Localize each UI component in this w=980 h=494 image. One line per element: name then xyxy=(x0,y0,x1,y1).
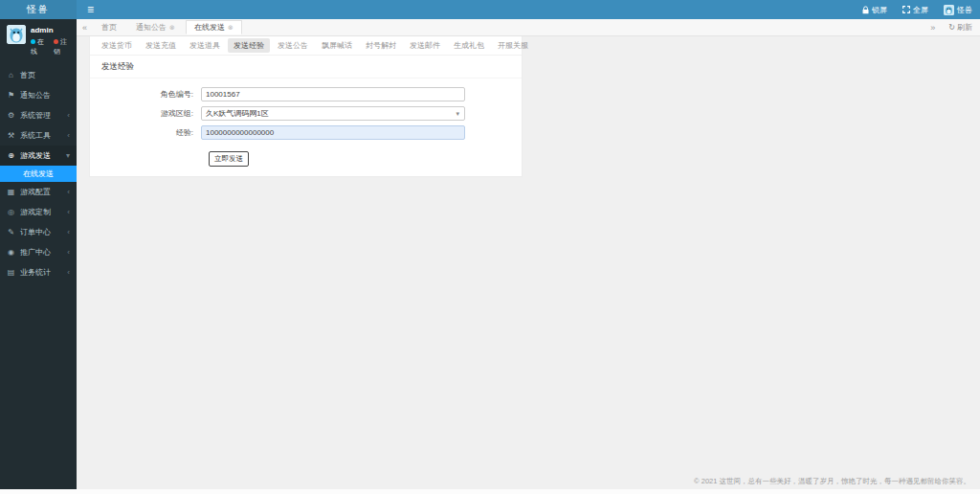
chevron-left-icon: ‹ xyxy=(67,188,70,196)
window-tabbar: « 首页 通知公告 ⊗ 在线发送 ⊗ » ↻ 刷新 xyxy=(77,19,980,36)
send-function-tabs: 发送货币 发送充值 发送道具 发送经验 发送公告 飘屏喊话 封号解封 发送邮件 … xyxy=(90,36,522,56)
exp-label: 经验: xyxy=(90,127,201,138)
form-row-exp: 经验: xyxy=(90,125,522,140)
username: admin xyxy=(31,26,71,34)
tab-ban-unban[interactable]: 封号解封 xyxy=(360,38,402,53)
refresh-icon: ↻ xyxy=(948,23,955,32)
form-row-role-id: 角色编号: xyxy=(90,87,522,101)
role-id-label: 角色编号: xyxy=(90,89,201,100)
logout-link[interactable]: 注销 xyxy=(54,37,71,56)
tab-send-mail[interactable]: 发送邮件 xyxy=(404,38,446,53)
online-dot-icon xyxy=(31,39,35,44)
tab-home[interactable]: 首页 xyxy=(93,20,125,34)
sidebar-user-panel: admin 在线 注销 xyxy=(0,19,77,63)
custom-icon: ◎ xyxy=(7,208,15,216)
bottom-edge xyxy=(0,489,980,494)
sidebar-item-system-admin[interactable]: ⚙ 系统管理 ‹ xyxy=(0,105,77,125)
stats-icon: ▤ xyxy=(7,268,15,277)
tab-marquee-shout[interactable]: 飘屏喊话 xyxy=(316,38,358,53)
lock-icon xyxy=(862,6,869,14)
tab-send-exp[interactable]: 发送经验 xyxy=(228,38,270,53)
user-menu-label: 怪兽 xyxy=(957,5,972,15)
sidebar-item-system-tools[interactable]: ⚒ 系统工具 ‹ xyxy=(0,125,77,146)
game-send-icon: ⊕ xyxy=(7,151,15,160)
top-navbar: 怪兽 ≡ 锁屏 全屏 怪兽 xyxy=(0,0,980,19)
refresh-button[interactable]: ↻ 刷新 xyxy=(948,22,972,33)
tab-send-recharge[interactable]: 发送充值 xyxy=(140,38,182,53)
home-icon: ⌂ xyxy=(7,71,15,79)
order-icon: ✎ xyxy=(7,228,15,236)
promote-icon: ◉ xyxy=(7,248,15,257)
bullhorn-icon: ⚑ xyxy=(7,91,15,100)
gear-icon: ⚙ xyxy=(7,111,15,120)
brand-title[interactable]: 怪兽 xyxy=(0,0,77,19)
chevron-down-icon: ▾ xyxy=(456,110,459,118)
sidebar-subitem-online-send[interactable]: 在线发送 xyxy=(0,166,77,182)
tab-scroll-right-icon[interactable]: » xyxy=(924,23,941,33)
fullscreen-label: 全屏 xyxy=(913,5,928,15)
send-exp-form: 角色编号: 游戏区组: 久K妖气调码网1区 ▾ 经验: 立即发送 xyxy=(90,79,522,176)
user-menu[interactable]: 怪兽 xyxy=(944,5,972,15)
close-icon[interactable]: ⊗ xyxy=(169,24,175,32)
sidebar-item-notice[interactable]: ⚑ 通知公告 xyxy=(0,85,77,105)
tab-send-currency[interactable]: 发送货币 xyxy=(96,38,138,53)
server-select[interactable]: 久K妖气调码网1区 ▾ xyxy=(201,106,465,121)
sidebar-menu: ⌂ 首页 ⚑ 通知公告 ⚙ 系统管理 ‹ ⚒ 系统工具 ‹ ⊕ 游戏发送 ▾ 在… xyxy=(0,65,77,282)
sidebar-item-business-stats[interactable]: ▤ 业务统计 ‹ xyxy=(0,262,77,282)
submit-row: 立即发送 xyxy=(209,147,522,167)
sidebar-item-game-send[interactable]: ⊕ 游戏发送 ▾ xyxy=(0,146,77,166)
submit-button[interactable]: 立即发送 xyxy=(209,151,249,167)
tab-send-notice[interactable]: 发送公告 xyxy=(272,38,314,53)
hamburger-menu-icon[interactable]: ≡ xyxy=(87,0,94,19)
tab-generate-gift[interactable]: 生成礼包 xyxy=(448,38,490,53)
server-select-value: 久K妖气调码网1区 xyxy=(201,106,465,121)
chevron-left-icon: ‹ xyxy=(67,248,70,257)
tab-open-close-server[interactable]: 开服关服 xyxy=(492,38,534,53)
sidebar-user-meta: admin 在线 注销 xyxy=(31,25,71,56)
lock-screen-button[interactable]: 锁屏 xyxy=(862,5,887,15)
tabbar-right: » ↻ 刷新 xyxy=(924,22,980,33)
exp-input[interactable] xyxy=(201,125,465,140)
tab-online-send[interactable]: 在线发送 ⊗ xyxy=(186,20,242,34)
logout-dot-icon xyxy=(54,39,58,44)
main-content: 发送货币 发送充值 发送道具 发送经验 发送公告 飘屏喊话 封号解封 发送邮件 … xyxy=(77,36,980,494)
config-icon: ▦ xyxy=(7,188,15,196)
sidebar-item-game-custom[interactable]: ◎ 游戏定制 ‹ xyxy=(0,202,77,222)
chevron-left-icon: ‹ xyxy=(67,228,70,236)
sidebar-item-game-config[interactable]: ▦ 游戏配置 ‹ xyxy=(0,182,77,202)
fullscreen-icon xyxy=(902,6,910,13)
close-icon[interactable]: ⊗ xyxy=(228,24,234,32)
send-panel-card: 发送货币 发送充值 发送道具 发送经验 发送公告 飘屏喊话 封号解封 发送邮件 … xyxy=(89,36,523,177)
sidebar-item-home[interactable]: ⌂ 首页 xyxy=(0,65,77,85)
chevron-left-icon: ‹ xyxy=(67,268,70,277)
sidebar: admin 在线 注销 ⌂ 首页 ⚑ 通知公告 ⚙ 系统管理 ‹ ⚒ 系统工具 … xyxy=(0,19,77,489)
online-status[interactable]: 在线 xyxy=(31,37,48,56)
sidebar-item-promotion-center[interactable]: ◉ 推广中心 ‹ xyxy=(0,242,77,262)
tab-notice[interactable]: 通知公告 ⊗ xyxy=(127,20,184,34)
user-avatar xyxy=(944,5,954,15)
chevron-down-icon: ▾ xyxy=(66,151,70,160)
tab-scroll-left-icon[interactable]: « xyxy=(77,23,93,33)
role-id-input[interactable] xyxy=(201,87,465,101)
chevron-left-icon: ‹ xyxy=(67,208,70,216)
chevron-left-icon: ‹ xyxy=(67,131,70,140)
panel-title: 发送经验 xyxy=(90,56,522,79)
chevron-left-icon: ‹ xyxy=(67,111,70,120)
lock-screen-label: 锁屏 xyxy=(872,5,887,15)
sidebar-user-avatar xyxy=(7,25,26,44)
footer-copyright: © 2021 这世间，总有一些美好，温暖了岁月，惊艳了时光，每一种遇见都留给你笑… xyxy=(694,477,970,486)
form-row-server: 游戏区组: 久K妖气调码网1区 ▾ xyxy=(90,106,522,121)
server-label: 游戏区组: xyxy=(90,108,201,119)
fullscreen-button[interactable]: 全屏 xyxy=(902,5,928,15)
navbar-right: 锁屏 全屏 怪兽 xyxy=(862,0,972,19)
tab-send-item[interactable]: 发送道具 xyxy=(184,38,226,53)
user-status-row: 在线 注销 xyxy=(31,37,71,56)
sidebar-item-order-center[interactable]: ✎ 订单中心 ‹ xyxy=(0,222,77,242)
tools-icon: ⚒ xyxy=(7,131,15,140)
